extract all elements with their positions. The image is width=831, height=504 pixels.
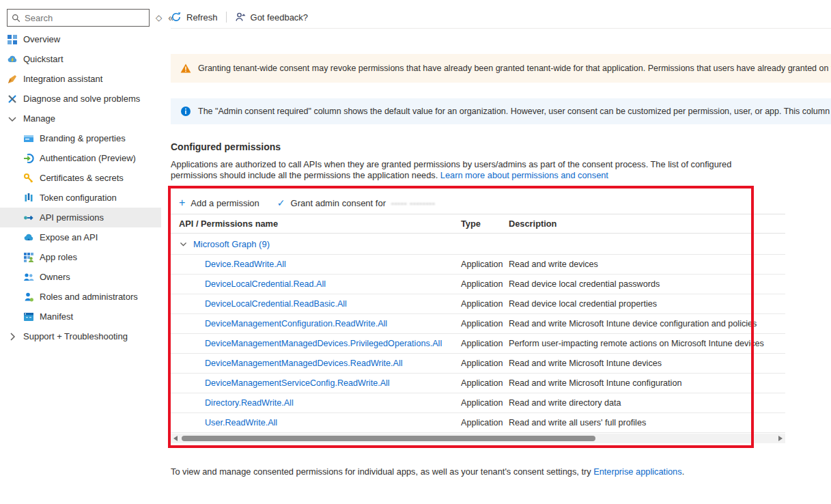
search-input[interactable]	[25, 13, 145, 23]
cloud-icon	[23, 232, 34, 243]
enterprise-applications-link[interactable]: Enterprise applications	[593, 466, 681, 477]
feedback-label: Got feedback?	[251, 12, 309, 23]
info-icon	[180, 106, 191, 117]
search-box[interactable]	[7, 9, 150, 27]
permission-link[interactable]: User.ReadWrite.All	[171, 418, 461, 428]
table-command-bar: + Add a permission ✓ Grant admin consent…	[171, 194, 785, 212]
permission-description: Read and write all users' full profiles	[509, 418, 785, 428]
permission-description: Read device local credential passwords	[509, 279, 785, 289]
refresh-label: Refresh	[186, 12, 218, 23]
horizontal-scrollbar[interactable]	[171, 434, 785, 443]
api-group-row-microsoft-graph[interactable]: Microsoft Graph (9)	[171, 234, 785, 255]
warning-text: Granting tenant-wide consent may revoke …	[198, 64, 831, 73]
table-header-row: API / Permissions name Type Description	[171, 214, 785, 234]
add-permission-label: Add a permission	[191, 198, 259, 208]
permission-description: Perform user-impacting remote actions on…	[509, 339, 785, 348]
permission-row: User.ReadWrite.All Application Read and …	[171, 413, 785, 433]
sidebar-item-app-roles[interactable]: App roles	[0, 247, 161, 267]
refresh-icon	[171, 12, 182, 23]
sidebar-item-diagnose[interactable]: Diagnose and solve problems	[0, 89, 161, 109]
column-header-description: Description	[509, 219, 785, 229]
sidebar-item-manifest[interactable]: Manifest	[0, 307, 161, 326]
sidebar-group-manage[interactable]: Manage	[0, 109, 161, 128]
toolbar-bottom-divider	[171, 28, 831, 29]
permission-link[interactable]: Directory.ReadWrite.All	[171, 398, 461, 408]
footer-note: To view and manage consented permissions…	[171, 466, 684, 477]
permission-link[interactable]: DeviceManagementServiceConfig.ReadWrite.…	[171, 378, 461, 388]
footer-text: To view and manage consented permissions…	[171, 466, 593, 477]
api-group-link[interactable]: Microsoft Graph (9)	[193, 239, 270, 249]
page-section-title: Configured permissions	[171, 141, 281, 152]
sidebar-item-authentication[interactable]: Authentication (Preview)	[0, 148, 161, 168]
column-header-type: Type	[461, 219, 509, 229]
permission-link[interactable]: DeviceLocalCredential.Read.All	[171, 279, 461, 289]
permission-row: Directory.ReadWrite.All Application Read…	[171, 393, 785, 413]
feedback-button[interactable]: Got feedback?	[235, 12, 309, 23]
permission-description: Read device local credential properties	[509, 299, 785, 309]
footer-suffix: .	[682, 466, 685, 477]
permission-type: Application	[461, 378, 509, 388]
permission-link[interactable]: DeviceManagementManagedDevices.ReadWrite…	[171, 359, 461, 368]
add-permission-button[interactable]: + Add a permission	[179, 197, 259, 208]
permission-link[interactable]: DeviceLocalCredential.ReadBasic.All	[171, 299, 461, 309]
permission-type: Application	[461, 339, 509, 348]
warning-icon	[180, 63, 191, 74]
permission-type: Application	[461, 418, 509, 428]
section-description: Applications are authorized to call APIs…	[171, 159, 780, 181]
command-toolbar: Refresh Got feedback?	[171, 10, 308, 25]
permission-row: DeviceLocalCredential.Read.All Applicati…	[171, 275, 785, 294]
sidebar-item-owners[interactable]: Owners	[0, 267, 161, 287]
permission-type: Application	[461, 359, 509, 368]
roles-administrators-icon	[23, 292, 34, 303]
sidebar-item-roles-administrators[interactable]: Roles and administrators	[0, 287, 161, 307]
key-icon	[23, 173, 34, 184]
chevron-down-icon	[7, 113, 18, 124]
sidebar-nav: Overview Quickstart Integration assistan…	[0, 29, 161, 346]
grant-admin-consent-button[interactable]: ✓ Grant admin consent for ----- --------	[277, 198, 436, 208]
permission-row: DeviceManagementManagedDevices.Privilege…	[171, 334, 785, 354]
scrollbar-thumb[interactable]	[182, 436, 595, 441]
permission-link[interactable]: DeviceManagementConfiguration.ReadWrite.…	[171, 319, 461, 328]
permission-row: DeviceManagementServiceConfig.ReadWrite.…	[171, 374, 785, 393]
feedback-icon	[235, 12, 246, 23]
token-configuration-icon	[23, 193, 34, 204]
permission-link[interactable]: DeviceManagementManagedDevices.Privilege…	[171, 339, 461, 348]
group-chevron-down-icon	[179, 240, 188, 249]
sidebar-item-integration-assistant[interactable]: Integration assistant	[0, 69, 161, 89]
sidebar-item-api-permissions[interactable]: API permissions	[0, 208, 161, 227]
permission-row: DeviceManagementManagedDevices.ReadWrite…	[171, 354, 785, 374]
learn-more-link[interactable]: Learn more about permissions and consent	[440, 170, 608, 180]
main-content: Refresh Got feedback? Granting tenant-wi…	[161, 0, 831, 504]
integration-assistant-icon	[7, 74, 18, 85]
sidebar-item-quickstart[interactable]: Quickstart	[0, 49, 161, 69]
info-banner: The "Admin consent required" column show…	[171, 98, 831, 124]
api-permissions-icon	[23, 212, 34, 223]
warning-banner: Granting tenant-wide consent may revoke …	[171, 54, 831, 83]
scroll-left-arrow-icon[interactable]	[173, 436, 178, 441]
permission-description: Read and write Microsoft Intune devices	[509, 359, 785, 368]
sidebar-item-branding[interactable]: Branding & properties	[0, 128, 161, 148]
sidebar-item-certificates[interactable]: Certificates & secrets	[0, 168, 161, 188]
sidebar-item-expose-api[interactable]: Expose an API	[0, 227, 161, 247]
refresh-button[interactable]: Refresh	[171, 12, 218, 23]
sidebar-group-support-troubleshooting[interactable]: Support + Troubleshooting	[0, 326, 161, 346]
permission-type: Application	[461, 299, 509, 309]
column-header-name: API / Permissions name	[171, 219, 461, 229]
scroll-right-arrow-icon[interactable]	[778, 436, 783, 441]
sidebar-item-token-configuration[interactable]: Token configuration	[0, 188, 161, 208]
authentication-icon	[23, 153, 34, 164]
chevron-right-icon	[7, 331, 18, 342]
search-icon	[12, 14, 20, 23]
sidebar-item-overview[interactable]: Overview	[0, 29, 161, 49]
permission-type: Application	[461, 319, 509, 328]
permission-row: DeviceManagementConfiguration.ReadWrite.…	[171, 314, 785, 334]
plus-icon: +	[179, 197, 185, 208]
branding-icon	[23, 133, 34, 144]
permission-link[interactable]: Device.ReadWrite.All	[171, 260, 461, 269]
permission-description: Read and write directory data	[509, 398, 785, 408]
permission-type: Application	[461, 398, 509, 408]
permission-description: Read and write devices	[509, 260, 785, 269]
permission-description: Read and write Microsoft Intune device c…	[509, 319, 785, 328]
configured-permissions-table: + Add a permission ✓ Grant admin consent…	[171, 194, 785, 443]
permission-type: Application	[461, 260, 509, 269]
